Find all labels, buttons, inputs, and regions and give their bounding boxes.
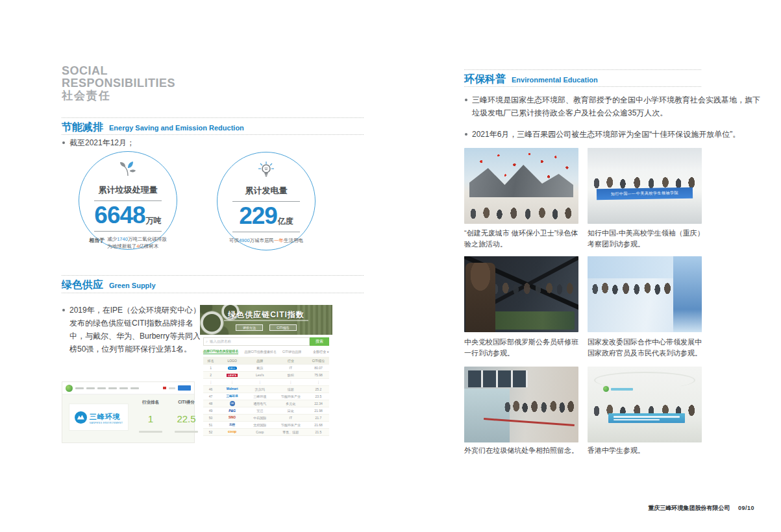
ipe-brand-page-screenshot: 三峰环境 SANFENG ENVIRONMENT 行业排名 1 CITI得分 2…	[62, 381, 195, 443]
citi-banner-title: 绿色供应链CITI指数	[200, 309, 332, 320]
photo-hongkong-students-group	[588, 367, 702, 442]
divider	[464, 86, 701, 87]
cyan-banner	[608, 413, 685, 423]
section-education-heading: 环保科普 Environmental Education	[464, 73, 598, 86]
power-note-m3: 万城市居民	[250, 237, 275, 243]
stat-circle-power: 累计发电量 229 亿度 可供4900万城市居民一年生活用电	[217, 152, 316, 250]
dell-logo: DELL	[228, 367, 237, 370]
guests-taking-photos	[503, 396, 576, 416]
section-education-cn: 环保科普	[464, 73, 506, 86]
photo-ndrc-delegation-tour	[588, 256, 702, 332]
pg-logo: P&G	[229, 409, 236, 413]
industry-rank-label: 行业排名	[134, 400, 167, 405]
ipe-navbar	[62, 382, 194, 394]
levis-logo: LEVI'S	[227, 374, 238, 378]
power-value: 229	[239, 204, 277, 227]
citi-report-button: CITI报告	[269, 324, 297, 331]
fine-print-placeholder	[175, 431, 198, 433]
waste-label: 累计垃圾处理量	[79, 184, 177, 196]
citi-ranking-table: 排名 LOGO 品牌 行业 CITI得分 1DELL戴尔IT80.07 2LEV…	[203, 357, 329, 436]
nav-login-placeholder	[169, 387, 175, 389]
green-supply-paragraph: 2019年，在IPE（公众环境研究中心）发布的绿色供应链CITI指数品牌排名中，…	[62, 304, 202, 356]
atrium-ceiling	[588, 148, 702, 170]
waste-note-label: 相当于	[89, 236, 105, 250]
citi-search-input: ⌕ 输入品牌名称	[203, 337, 310, 346]
col-brand: 品牌	[246, 359, 274, 363]
waste-note-n2c: 亿棵树木	[139, 243, 158, 249]
citi-score-value: 22.5	[171, 413, 201, 424]
divider	[94, 200, 162, 201]
col-rank: 排名	[203, 359, 218, 363]
visitor-crowd	[490, 278, 576, 298]
divider	[62, 117, 364, 118]
waste-unit: 万吨	[146, 215, 162, 226]
nav-cta-button	[178, 385, 191, 391]
waste-note-n1c: 万吨二氧化碳排放	[128, 236, 167, 242]
sino-logo: SINO	[229, 416, 236, 420]
fine-print-placeholder	[139, 431, 162, 433]
citi-tab-active: 品牌CITI绿色供应链排名	[203, 349, 238, 354]
sanfeng-logo: 三峰环境	[227, 394, 238, 398]
table-row: 50SINO中石国际IT21.7	[203, 415, 329, 422]
citi-search-row: ⌕ 输入品牌名称 搜索	[203, 337, 329, 346]
waste-note-n1a: 减少	[107, 236, 117, 242]
citi-banner-buttons: 评价方法 CITI报告	[200, 324, 332, 331]
monitor-screens	[468, 370, 528, 387]
waste-note-n2a: 为地球新栽了	[107, 243, 136, 249]
sanfeng-mountain-icon	[75, 411, 87, 424]
mountain-peaks	[77, 415, 84, 420]
power-note: 可供4900万城市居民一年生活用电	[217, 237, 315, 244]
citi-website-screenshot: 绿色供应链CITI指数 评价方法 CITI报告 ⌕ 输入品牌名称 搜索 品牌CI…	[200, 305, 332, 437]
citi-banner-subtitle-bar	[224, 320, 309, 321]
power-note-m1: 可供	[229, 237, 239, 243]
lightbulb-icon	[217, 161, 315, 179]
table-row: 1DELL戴尔IT80.07	[203, 365, 329, 372]
col-industry: 行业	[274, 359, 308, 363]
language-flag-icon	[163, 387, 166, 389]
curved-ceiling	[594, 372, 695, 389]
nav-item-placeholder	[130, 387, 139, 389]
coop-logo: coop	[228, 429, 236, 435]
waste-note-n1b: 1740	[117, 236, 128, 242]
officials-crowd	[590, 278, 673, 298]
nav-item-placeholder	[86, 387, 95, 389]
divider	[232, 232, 300, 232]
table-row: 49P&G宝洁日化21.98	[203, 407, 329, 415]
table-row: 52coopCoop零售、综超21.5	[203, 429, 329, 436]
citi-method-button: 评价方法	[236, 324, 263, 331]
sanfeng-logo-cn: 三峰环境	[90, 413, 121, 420]
wall-logo-text-bar	[611, 388, 633, 391]
nav-item-placeholder	[97, 387, 106, 389]
ipe-logo-icon	[66, 385, 73, 392]
power-label: 累计发电量	[217, 185, 315, 197]
ge-logo: GE	[230, 401, 235, 406]
photo-caption: 中央党校国际部俄罗斯公务员研修班一行到访参观。	[464, 337, 582, 359]
industry-rank-value: 1	[134, 413, 167, 424]
table-row-sanfeng: 47三峰环境三峰环境节能环保产业23.5	[203, 393, 329, 400]
nav-item-placeholder	[119, 387, 128, 389]
section-energy-cn: 节能减排	[62, 121, 103, 134]
table-row: 51北控北控国际节能环保产业21.68	[203, 422, 329, 429]
page-footer: 重庆三峰环境集团股份有限公司 09/10	[545, 504, 754, 513]
citi-banner: 绿色供应链CITI指数 评价方法 CITI报告	[200, 305, 332, 335]
power-value-row: 229 亿度	[217, 204, 315, 227]
education-bullet-1: 三峰环境是国家生态环境部、教育部授予的全国中小学环境教育社会实践基地，旗下垃圾发…	[464, 93, 764, 120]
table-row: 46Walmart沃尔玛综超25.2	[203, 386, 329, 393]
section-green-en: Green Supply	[109, 282, 156, 289]
foreground-visitor	[465, 263, 495, 332]
waste-note-text: 减少1740万吨二氧化碳排放 为地球新栽了4亿棵树木	[107, 236, 167, 250]
citi-search-placeholder: 输入品牌名称	[210, 339, 231, 344]
power-unit: 亿度	[278, 216, 293, 227]
table-row: 2LEVI'SLevi's纺织75.98	[203, 372, 329, 379]
nav-item-placeholder	[75, 387, 84, 389]
table-row: 48GE通用电气多元化22.34	[203, 400, 329, 407]
sanfeng-logo-en: SANFENG ENVIRONMENT	[90, 422, 123, 424]
energy-intro-bullet: 截至2021年12月；	[62, 136, 134, 149]
footer-company-name: 重庆三峰环境集团股份有限公司	[648, 505, 730, 511]
divider	[94, 231, 162, 232]
page-title-en-line2: RESPONSIBILITIES	[62, 77, 175, 90]
photo-caption: 香港中学生参观。	[588, 445, 706, 456]
page-title: SOCIAL RESPONSIBILITIES 社会责任	[62, 65, 175, 102]
citi-tab-3: CITI评估品牌	[282, 350, 301, 354]
blue-banner: 知行中国——中美高校学生领袖学院	[597, 187, 693, 200]
